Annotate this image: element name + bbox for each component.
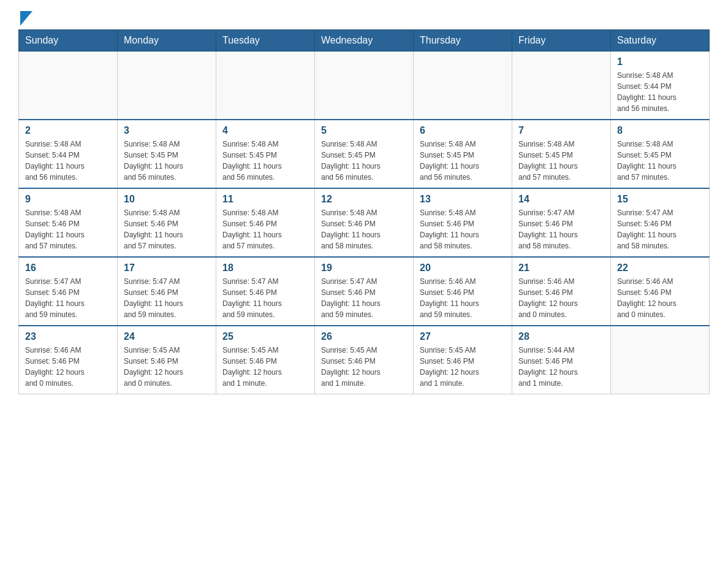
day-info: Sunrise: 5:48 AM Sunset: 5:45 PM Dayligh… (124, 139, 210, 183)
calendar-cell: 22Sunrise: 5:46 AM Sunset: 5:46 PM Dayli… (611, 257, 710, 326)
logo (18, 12, 32, 23)
day-info: Sunrise: 5:45 AM Sunset: 5:46 PM Dayligh… (124, 345, 210, 389)
day-number: 5 (321, 125, 407, 136)
calendar-cell: 23Sunrise: 5:46 AM Sunset: 5:46 PM Dayli… (19, 326, 118, 394)
day-number: 13 (420, 194, 506, 205)
day-number: 20 (420, 262, 506, 274)
calendar-cell: 1Sunrise: 5:48 AM Sunset: 5:44 PM Daylig… (611, 52, 710, 120)
svg-marker-0 (20, 11, 32, 26)
calendar-cell (414, 52, 512, 120)
day-number: 16 (25, 262, 111, 274)
calendar-cell: 4Sunrise: 5:48 AM Sunset: 5:45 PM Daylig… (216, 120, 315, 188)
header (18, 12, 710, 23)
day-number: 14 (518, 194, 604, 205)
day-info: Sunrise: 5:48 AM Sunset: 5:46 PM Dayligh… (124, 207, 210, 251)
calendar-week-2: 2Sunrise: 5:48 AM Sunset: 5:44 PM Daylig… (19, 120, 710, 188)
day-number: 8 (617, 125, 703, 136)
calendar-cell: 9Sunrise: 5:48 AM Sunset: 5:46 PM Daylig… (19, 188, 118, 257)
day-number: 25 (222, 331, 308, 342)
day-info: Sunrise: 5:47 AM Sunset: 5:46 PM Dayligh… (321, 276, 407, 320)
weekday-header-friday: Friday (512, 30, 611, 52)
day-info: Sunrise: 5:48 AM Sunset: 5:45 PM Dayligh… (321, 139, 407, 183)
calendar-week-4: 16Sunrise: 5:47 AM Sunset: 5:46 PM Dayli… (19, 257, 710, 326)
weekday-header-thursday: Thursday (414, 30, 512, 52)
calendar-cell: 21Sunrise: 5:46 AM Sunset: 5:46 PM Dayli… (512, 257, 611, 326)
weekday-header-sunday: Sunday (19, 30, 118, 52)
day-info: Sunrise: 5:45 AM Sunset: 5:46 PM Dayligh… (420, 345, 506, 389)
calendar-cell (315, 52, 414, 120)
calendar-header: SundayMondayTuesdayWednesdayThursdayFrid… (19, 30, 710, 52)
day-number: 26 (321, 331, 407, 342)
day-number: 17 (124, 262, 210, 274)
weekday-header-wednesday: Wednesday (315, 30, 414, 52)
calendar-cell: 15Sunrise: 5:47 AM Sunset: 5:46 PM Dayli… (611, 188, 710, 257)
day-info: Sunrise: 5:48 AM Sunset: 5:46 PM Dayligh… (25, 207, 111, 251)
day-number: 24 (124, 331, 210, 342)
day-number: 7 (518, 125, 604, 136)
day-number: 27 (420, 331, 506, 342)
day-number: 6 (420, 125, 506, 136)
day-number: 3 (124, 125, 210, 136)
day-number: 12 (321, 194, 407, 205)
calendar-cell: 26Sunrise: 5:45 AM Sunset: 5:46 PM Dayli… (315, 326, 414, 394)
day-info: Sunrise: 5:47 AM Sunset: 5:46 PM Dayligh… (25, 276, 111, 320)
calendar-cell: 28Sunrise: 5:44 AM Sunset: 5:46 PM Dayli… (512, 326, 611, 394)
calendar-cell: 11Sunrise: 5:48 AM Sunset: 5:46 PM Dayli… (216, 188, 315, 257)
day-info: Sunrise: 5:46 AM Sunset: 5:46 PM Dayligh… (25, 345, 111, 389)
day-info: Sunrise: 5:48 AM Sunset: 5:46 PM Dayligh… (321, 207, 407, 251)
calendar-cell: 24Sunrise: 5:45 AM Sunset: 5:46 PM Dayli… (118, 326, 216, 394)
day-info: Sunrise: 5:48 AM Sunset: 5:44 PM Dayligh… (25, 139, 111, 183)
day-number: 21 (518, 262, 604, 274)
day-info: Sunrise: 5:45 AM Sunset: 5:46 PM Dayligh… (222, 345, 308, 389)
calendar-cell: 6Sunrise: 5:48 AM Sunset: 5:45 PM Daylig… (414, 120, 512, 188)
calendar-cell: 16Sunrise: 5:47 AM Sunset: 5:46 PM Dayli… (19, 257, 118, 326)
day-info: Sunrise: 5:48 AM Sunset: 5:46 PM Dayligh… (420, 207, 506, 251)
day-info: Sunrise: 5:47 AM Sunset: 5:46 PM Dayligh… (222, 276, 308, 320)
day-number: 23 (25, 331, 111, 342)
calendar-cell: 13Sunrise: 5:48 AM Sunset: 5:46 PM Dayli… (414, 188, 512, 257)
calendar-cell: 19Sunrise: 5:47 AM Sunset: 5:46 PM Dayli… (315, 257, 414, 326)
calendar-cell: 20Sunrise: 5:46 AM Sunset: 5:46 PM Dayli… (414, 257, 512, 326)
day-number: 10 (124, 194, 210, 205)
calendar: SundayMondayTuesdayWednesdayThursdayFrid… (18, 29, 710, 394)
calendar-cell: 25Sunrise: 5:45 AM Sunset: 5:46 PM Dayli… (216, 326, 315, 394)
day-info: Sunrise: 5:48 AM Sunset: 5:45 PM Dayligh… (617, 139, 703, 183)
day-info: Sunrise: 5:48 AM Sunset: 5:45 PM Dayligh… (420, 139, 506, 183)
calendar-cell: 10Sunrise: 5:48 AM Sunset: 5:46 PM Dayli… (118, 188, 216, 257)
day-info: Sunrise: 5:48 AM Sunset: 5:45 PM Dayligh… (222, 139, 308, 183)
calendar-cell: 12Sunrise: 5:48 AM Sunset: 5:46 PM Dayli… (315, 188, 414, 257)
day-info: Sunrise: 5:47 AM Sunset: 5:46 PM Dayligh… (518, 207, 604, 251)
day-number: 2 (25, 125, 111, 136)
calendar-cell: 5Sunrise: 5:48 AM Sunset: 5:45 PM Daylig… (315, 120, 414, 188)
calendar-cell: 17Sunrise: 5:47 AM Sunset: 5:46 PM Dayli… (118, 257, 216, 326)
calendar-cell: 14Sunrise: 5:47 AM Sunset: 5:46 PM Dayli… (512, 188, 611, 257)
day-info: Sunrise: 5:48 AM Sunset: 5:45 PM Dayligh… (518, 139, 604, 183)
weekday-header-monday: Monday (118, 30, 216, 52)
calendar-week-3: 9Sunrise: 5:48 AM Sunset: 5:46 PM Daylig… (19, 188, 710, 257)
day-info: Sunrise: 5:45 AM Sunset: 5:46 PM Dayligh… (321, 345, 407, 389)
calendar-week-1: 1Sunrise: 5:48 AM Sunset: 5:44 PM Daylig… (19, 52, 710, 120)
day-number: 18 (222, 262, 308, 274)
day-number: 15 (617, 194, 703, 205)
day-info: Sunrise: 5:46 AM Sunset: 5:46 PM Dayligh… (617, 276, 703, 320)
weekday-header-row: SundayMondayTuesdayWednesdayThursdayFrid… (19, 30, 710, 52)
calendar-cell: 18Sunrise: 5:47 AM Sunset: 5:46 PM Dayli… (216, 257, 315, 326)
day-number: 28 (518, 331, 604, 342)
calendar-cell: 2Sunrise: 5:48 AM Sunset: 5:44 PM Daylig… (19, 120, 118, 188)
calendar-cell: 7Sunrise: 5:48 AM Sunset: 5:45 PM Daylig… (512, 120, 611, 188)
calendar-body: 1Sunrise: 5:48 AM Sunset: 5:44 PM Daylig… (19, 52, 710, 394)
calendar-cell (118, 52, 216, 120)
day-info: Sunrise: 5:44 AM Sunset: 5:46 PM Dayligh… (518, 345, 604, 389)
calendar-week-5: 23Sunrise: 5:46 AM Sunset: 5:46 PM Dayli… (19, 326, 710, 394)
logo-arrow-icon (20, 11, 32, 26)
calendar-cell (611, 326, 710, 394)
day-info: Sunrise: 5:48 AM Sunset: 5:46 PM Dayligh… (222, 207, 308, 251)
weekday-header-tuesday: Tuesday (216, 30, 315, 52)
day-number: 9 (25, 194, 111, 205)
day-number: 22 (617, 262, 703, 274)
day-info: Sunrise: 5:48 AM Sunset: 5:44 PM Dayligh… (617, 70, 703, 114)
day-info: Sunrise: 5:47 AM Sunset: 5:46 PM Dayligh… (124, 276, 210, 320)
calendar-cell (512, 52, 611, 120)
day-number: 11 (222, 194, 308, 205)
day-info: Sunrise: 5:47 AM Sunset: 5:46 PM Dayligh… (617, 207, 703, 251)
